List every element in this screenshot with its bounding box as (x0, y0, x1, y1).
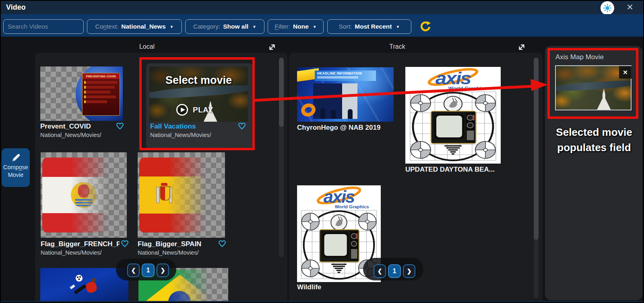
close-icon: ✕ (626, 2, 634, 12)
video-path: National_News/Movies/ (40, 132, 101, 138)
context-dropdown[interactable]: Context: National_News ▼ (87, 19, 182, 34)
track-prev-page-button[interactable]: ❮ (374, 264, 386, 278)
theme-toggle-button[interactable] (601, 1, 614, 15)
chevron-down-icon: ▼ (170, 25, 174, 29)
video-thumbnail-soccer[interactable] (40, 268, 128, 302)
compose-movie-button[interactable]: Compose Movie (2, 148, 30, 187)
local-expand-button[interactable] (267, 42, 277, 52)
filter-value: None (293, 23, 309, 30)
video-path: National_News/Movies/ (41, 249, 102, 256)
play-button[interactable]: PLAY (175, 103, 213, 116)
title-bar (1, 1, 643, 14)
context-value: National_News (121, 23, 165, 30)
window-title: Video (6, 3, 26, 12)
axis-test-pattern-graphic (405, 67, 501, 164)
chyron-banner-text: HEADLINE INFORMATION (317, 71, 376, 75)
video-title: Prevent_COVID (40, 122, 114, 131)
chyron-inset-photo (313, 83, 357, 119)
select-movie-annotation: Select movie (149, 74, 248, 87)
close-window-button[interactable]: ✕ (624, 2, 636, 13)
play-icon (175, 103, 189, 116)
populates-annotation: Selected movie populates field (547, 125, 641, 155)
favorite-heart-icon[interactable] (116, 122, 124, 130)
local-scrollbar-thumb[interactable] (279, 58, 284, 127)
track-page-number[interactable]: 1 (388, 264, 401, 278)
local-prev-page-button[interactable]: ❮ (127, 264, 140, 277)
pencil-icon (10, 152, 21, 162)
local-next-page-button[interactable]: ❯ (157, 264, 169, 277)
chevron-down-icon: ▼ (313, 25, 317, 29)
video-path: National_News/Movies/ (150, 132, 211, 138)
favorite-heart-icon[interactable] (218, 240, 226, 248)
play-label: PLAY (193, 106, 213, 114)
filter-label: Filter: (275, 23, 290, 30)
video-thumbnail-flag-spain[interactable] (138, 152, 225, 238)
video-title: Flag_Bigger_FRENCH_P... (41, 240, 120, 248)
category-dropdown[interactable]: Category: Show all ▼ (185, 19, 264, 34)
category-value: Show all (223, 23, 248, 30)
local-column-header: Local (127, 43, 167, 50)
sort-value: Most Recent (355, 23, 392, 30)
refresh-button[interactable] (419, 21, 431, 33)
chevron-left-icon: ❮ (131, 267, 136, 274)
video-title: Flag_Bigger_SPAIN (138, 240, 217, 248)
video-thumbnail-daytona[interactable] (405, 67, 501, 164)
video-title: Fall Vacations (150, 122, 231, 131)
covid-panel-graphic: PREVENTING COVID (82, 73, 120, 116)
movie-field-label: Axis Map Movie (555, 53, 604, 61)
sort-label: Sort: (339, 23, 352, 30)
video-title: ChyronHego @ NAB 2019 (297, 124, 394, 132)
video-title: Wildlife (297, 283, 378, 291)
video-thumbnail-prevent-covid[interactable]: PREVENTING COVID (40, 66, 123, 121)
remove-selected-movie-button[interactable]: ✕ (619, 66, 632, 79)
video-thumbnail-chyronhego[interactable]: HEADLINE INFORMATION (297, 67, 394, 122)
favorite-heart-icon[interactable] (121, 240, 129, 248)
video-title: UPDATED DAYTONA BEA... (405, 166, 504, 174)
category-label: Category: (193, 23, 220, 30)
chevron-down-icon: ▼ (252, 25, 256, 29)
filter-dropdown[interactable]: Filter: None ▼ (268, 19, 324, 34)
context-label: Context: (95, 23, 119, 30)
track-column-header: Track (377, 43, 417, 50)
covid-panel-title: PREVENTING COVID (83, 73, 120, 79)
chevron-left-icon: ❮ (378, 268, 382, 274)
local-page-number[interactable]: 1 (142, 264, 155, 277)
track-next-page-button[interactable]: ❯ (403, 264, 415, 278)
favorite-heart-icon[interactable] (238, 122, 246, 130)
video-path: National_News/Movies/ (138, 249, 199, 256)
window-bottom-edge (1, 301, 644, 303)
sun-icon (603, 4, 612, 12)
close-icon: ✕ (623, 69, 628, 76)
track-expand-button[interactable] (517, 42, 526, 52)
compose-movie-label: Compose Movie (3, 164, 28, 179)
track-scrollbar-thumb[interactable] (534, 58, 539, 240)
video-window: axis World Graphics (0, 0, 644, 303)
chyron-headline-banner: HEADLINE INFORMATION (315, 71, 376, 81)
refresh-icon (419, 21, 431, 33)
video-thumbnail-flag-french[interactable] (41, 152, 127, 238)
chevron-right-icon: ❯ (161, 267, 165, 274)
expand-icon (267, 42, 277, 52)
expand-icon (517, 42, 526, 52)
sort-dropdown[interactable]: Sort: Most Recent ▼ (327, 19, 411, 34)
chevron-right-icon: ❯ (407, 268, 412, 274)
search-input[interactable] (3, 19, 84, 34)
chevron-down-icon: ▼ (396, 25, 400, 29)
